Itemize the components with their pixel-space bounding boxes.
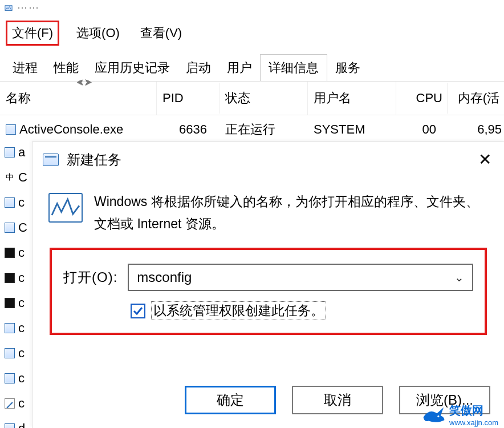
cancel-button[interactable]: 取消 bbox=[292, 386, 383, 414]
process-icon bbox=[5, 373, 15, 383]
ok-button[interactable]: 确定 bbox=[185, 386, 276, 414]
column-resize-hint: ⮜⮞ bbox=[76, 78, 92, 87]
new-task-dialog: 新建任务 ✕ Windows 将根据你所键入的名称，为你打开相应的程序、文件夹、… bbox=[32, 142, 504, 428]
tab-startup[interactable]: 启动 bbox=[178, 55, 219, 81]
menu-view[interactable]: 查看(V) bbox=[137, 23, 185, 43]
edit-icon bbox=[5, 398, 15, 409]
col-status[interactable]: 状态 bbox=[220, 82, 308, 115]
ime-icon: 中 bbox=[5, 172, 15, 183]
process-icon bbox=[6, 124, 16, 135]
open-combobox[interactable]: ⌄ bbox=[128, 264, 473, 291]
menubar: 文件(F) 选项(O) 查看(V) bbox=[0, 15, 504, 51]
background-rows-strip: a 中C c C c c c c c c c d bbox=[0, 142, 32, 428]
process-icon bbox=[5, 348, 15, 358]
process-icon bbox=[5, 323, 15, 333]
run-icon bbox=[43, 154, 59, 166]
open-label: 打开(O): bbox=[63, 268, 117, 286]
table-row[interactable]: ActiveConsole.exe 6636 正在运行 SYSTEM 00 6,… bbox=[0, 115, 504, 144]
cell-status: 正在运行 bbox=[220, 115, 308, 144]
titlebar-text: ⋯⋯ bbox=[17, 1, 40, 14]
cell-name: ActiveConsole.exe bbox=[0, 116, 157, 143]
chevron-down-icon[interactable]: ⌄ bbox=[454, 270, 464, 284]
menu-options[interactable]: 选项(O) bbox=[73, 23, 123, 43]
process-icon bbox=[5, 423, 15, 428]
tab-bar: 进程 性能 应用历史记录 启动 用户 详细信息 服务 bbox=[0, 51, 504, 81]
tab-details[interactable]: 详细信息 bbox=[260, 54, 327, 82]
cmd-icon bbox=[5, 248, 15, 258]
dialog-buttons: 确定 取消 浏览(B)... bbox=[185, 386, 490, 414]
dialog-description: Windows 将根据你所键入的名称，为你打开相应的程序、文件夹、文档或 Int… bbox=[94, 191, 488, 235]
dialog-titlebar: 新建任务 ✕ bbox=[32, 142, 504, 173]
tab-users[interactable]: 用户 bbox=[219, 55, 260, 81]
admin-checkbox-label[interactable]: 以系统管理权限创建此任务。 bbox=[151, 301, 326, 320]
tab-app-history[interactable]: 应用历史记录 bbox=[87, 55, 178, 81]
tab-services[interactable]: 服务 bbox=[327, 55, 368, 81]
col-mem[interactable]: 内存(活 bbox=[448, 82, 504, 115]
tab-performance[interactable]: 性能 bbox=[46, 55, 87, 81]
browse-button[interactable]: 浏览(B)... bbox=[399, 386, 490, 414]
cmd-icon bbox=[5, 298, 15, 308]
cell-user: SYSTEM bbox=[308, 116, 396, 143]
process-icon bbox=[5, 223, 15, 233]
highlighted-input-area: 打开(O): ⌄ 以系统管理权限创建此任务。 bbox=[50, 248, 487, 335]
menu-file[interactable]: 文件(F) bbox=[6, 21, 59, 46]
close-icon[interactable]: ✕ bbox=[475, 150, 495, 169]
admin-checkbox[interactable] bbox=[131, 304, 145, 318]
details-table: ⮜⮞ 名称 PID 状态 用户名 CPU 内存(活 ActiveConsole.… bbox=[0, 81, 504, 144]
cmd-icon bbox=[5, 273, 15, 283]
col-pid[interactable]: PID bbox=[157, 83, 220, 114]
table-header: 名称 PID 状态 用户名 CPU 内存(活 bbox=[0, 82, 504, 115]
cell-cpu: 00 bbox=[396, 116, 448, 143]
process-icon bbox=[5, 147, 15, 158]
col-user[interactable]: 用户名 bbox=[308, 82, 396, 115]
window-titlebar-fragment: ⋯⋯ bbox=[0, 0, 504, 15]
col-cpu[interactable]: CPU bbox=[396, 83, 448, 114]
open-input[interactable] bbox=[137, 269, 454, 285]
dialog-title-text: 新建任务 bbox=[67, 151, 121, 169]
app-icon bbox=[5, 3, 13, 11]
monitor-icon bbox=[48, 193, 83, 223]
cell-mem: 6,95 bbox=[448, 116, 504, 143]
tab-process[interactable]: 进程 bbox=[5, 55, 46, 81]
process-icon bbox=[5, 197, 15, 208]
cell-pid: 6636 bbox=[157, 116, 220, 143]
